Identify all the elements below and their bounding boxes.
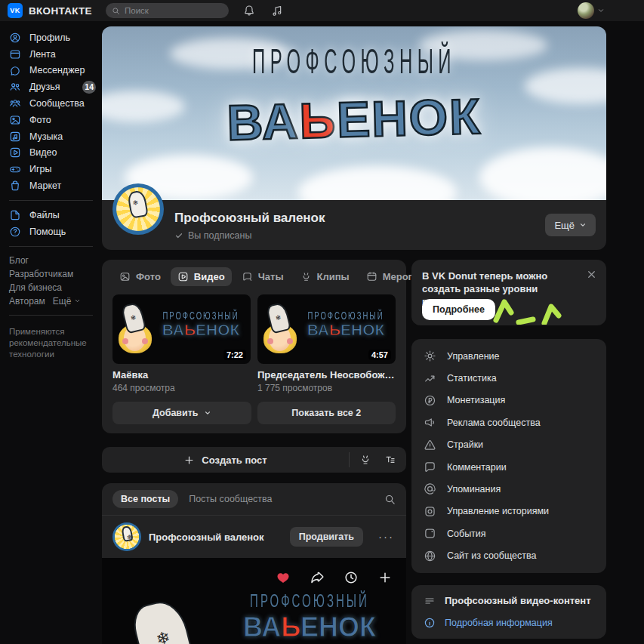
tab-label: Фото: [136, 271, 161, 282]
sidebar-item-label: Файлы: [29, 210, 60, 220]
sidebar-item-label: Музыка: [29, 131, 63, 142]
video-title[interactable]: Председатель Неосвобожденный: [257, 369, 396, 381]
sidebar-item[interactable]: Музыка: [0, 128, 102, 145]
sidebar-item[interactable]: Фото: [0, 112, 102, 128]
community-info-bar: Профсоюзный валенок Вы подписаны Ещё: [102, 200, 606, 250]
search-input[interactable]: [125, 6, 208, 15]
posts-search-icon[interactable]: [384, 494, 396, 505]
subscription-status: Вы подписаны: [174, 230, 251, 241]
video-thumbnail[interactable]: ❄ПРОФСОЮЗНЫЙВАЬЕНОК7:22: [112, 294, 251, 364]
felt-boot-character: ❄: [123, 602, 212, 644]
community-name: Профсоюзный валенок: [174, 211, 325, 226]
global-search[interactable]: [106, 3, 229, 18]
donut-details-button[interactable]: Подробнее: [422, 299, 495, 320]
community-content-card: ФотоВидеоЧатыКлипыМероприятия ❄ПРОФСОЮЗН…: [102, 260, 406, 433]
promote-button[interactable]: Продвигать: [290, 527, 363, 547]
manage-item-warning[interactable]: Страйки: [411, 434, 606, 456]
user-avatar[interactable]: [578, 2, 594, 19]
chevron-down-icon: [579, 221, 587, 229]
manage-item-mention[interactable]: Упоминания: [411, 478, 606, 500]
post-menu-ellipsis[interactable]: ···: [378, 533, 394, 541]
tab-chats[interactable]: Чаты: [235, 267, 291, 286]
tab-video[interactable]: Видео: [171, 267, 232, 286]
sidebar-item-label: Фото: [29, 115, 51, 125]
close-icon[interactable]: [586, 269, 597, 280]
manage-item-label: Сайт из сообщества: [447, 550, 536, 561]
main-content: ПРОФСОЮЗНЫЙ ВАЬЕНОК Профсоюзный валенок …: [102, 21, 606, 644]
post-author-name[interactable]: Профсоюзный валенок: [149, 532, 264, 543]
videos-grid: ❄ПРОФСОЮЗНЫЙВАЬЕНОК7:22Маёвка464 просмот…: [112, 294, 396, 393]
community-more-button[interactable]: Ещё: [545, 214, 596, 236]
video-title[interactable]: Маёвка: [112, 369, 251, 381]
text-post-icon[interactable]: [384, 454, 396, 466]
manage-item-stats[interactable]: Статистика: [411, 367, 606, 389]
filter-all-posts[interactable]: Все посты: [112, 490, 178, 508]
sidebar-item[interactable]: Лента: [0, 46, 102, 63]
sidebar-link[interactable]: Для бизнеса: [9, 282, 62, 294]
sidebar-item[interactable]: Мессенджер: [0, 63, 102, 79]
vk-donut-banner: В VK Donut теперь можно создать разные у…: [411, 260, 606, 325]
vk-logo[interactable]: VK: [8, 3, 23, 18]
content-tabs: ФотоВидеоЧатыКлипыМероприятия: [112, 267, 396, 286]
sidebar-item[interactable]: Игры: [0, 161, 102, 177]
sidebar-item-label: Помощь: [29, 226, 66, 237]
detailed-info-link[interactable]: Подробная информация: [424, 617, 594, 629]
clip-icon[interactable]: [359, 454, 371, 466]
video-duration: 7:22: [223, 350, 246, 360]
manage-item-megaphone[interactable]: Реклама сообщества: [411, 411, 606, 433]
manage-item-comment[interactable]: Комментарии: [411, 456, 606, 478]
sidebar-item[interactable]: Сообщества: [0, 95, 102, 112]
manage-item-label: Реклама сообщества: [447, 418, 541, 428]
create-post-button[interactable]: Создать пост: [102, 454, 349, 466]
vk-wordmark[interactable]: ВКОНТАКТЕ: [29, 5, 92, 17]
games-icon: [9, 163, 21, 175]
sidebar-item[interactable]: Маркет: [0, 177, 102, 194]
sidebar-item[interactable]: Видео: [0, 145, 102, 162]
add-video-button[interactable]: Добавить: [112, 402, 251, 424]
sidebar-item[interactable]: Профиль: [0, 29, 102, 46]
manage-item-events[interactable]: События: [411, 522, 606, 544]
plus-icon[interactable]: [377, 570, 393, 585]
show-all-videos-button[interactable]: Показать все 2: [257, 402, 396, 424]
clock-icon[interactable]: [344, 570, 359, 585]
red-boot-letter: Ь: [184, 321, 196, 338]
manage-item-money[interactable]: Монетизация: [411, 390, 606, 411]
sidebar-item[interactable]: Файлы: [0, 207, 102, 223]
account-menu[interactable]: [578, 2, 605, 19]
manage-item-stories[interactable]: Управление историями: [411, 501, 606, 522]
sidebar-item-label: Видео: [29, 147, 57, 158]
sidebar-item[interactable]: Друзья14: [0, 79, 102, 95]
post-author-avatar[interactable]: [112, 522, 141, 551]
manage-item-label: Управление историями: [447, 506, 549, 516]
help-icon: [9, 226, 21, 238]
mention-icon: [424, 482, 436, 495]
manage-item-globe[interactable]: Сайт из сообщества: [411, 544, 606, 566]
tab-photo[interactable]: Фото: [112, 267, 168, 286]
clips-icon: [300, 271, 312, 282]
like-heart-icon[interactable]: [276, 570, 291, 585]
notifications-bell-icon[interactable]: [243, 5, 255, 17]
sidebar-link-more[interactable]: Ещё: [53, 295, 82, 307]
sidebar-link[interactable]: Разработчикам: [9, 268, 73, 280]
divider: [9, 315, 93, 316]
sidebar-item[interactable]: Помощь: [0, 223, 102, 240]
sidebar-link[interactable]: Блог: [9, 254, 29, 267]
right-column: В VK Donut теперь можно создать разные у…: [411, 260, 606, 644]
tab-label: Видео: [194, 271, 225, 282]
megaphone-icon: [424, 416, 436, 429]
composer-extra-actions: [349, 452, 406, 467]
tab-clips[interactable]: Клипы: [294, 267, 356, 286]
music-note-icon[interactable]: [271, 5, 283, 17]
create-post-bar: Создать пост: [102, 447, 406, 473]
share-icon[interactable]: [310, 570, 325, 585]
sidebar-link[interactable]: Авторам: [9, 295, 45, 307]
manage-item-gear[interactable]: Управление: [411, 345, 606, 367]
check-icon: [174, 231, 183, 240]
post-image[interactable]: ❄ ПРОФСОЮЗНЫЙ ВАЬЕНОК: [102, 558, 406, 644]
photo-icon: [119, 271, 131, 282]
filter-community-posts[interactable]: Посты сообщества: [189, 494, 272, 504]
video-thumbnail[interactable]: ❄ПРОФСОЮЗНЫЙВАЬЕНОК4:57: [257, 294, 396, 364]
community-avatar[interactable]: [112, 183, 164, 235]
red-boot-letter: Ь: [299, 92, 337, 149]
video-icon: [9, 146, 21, 159]
